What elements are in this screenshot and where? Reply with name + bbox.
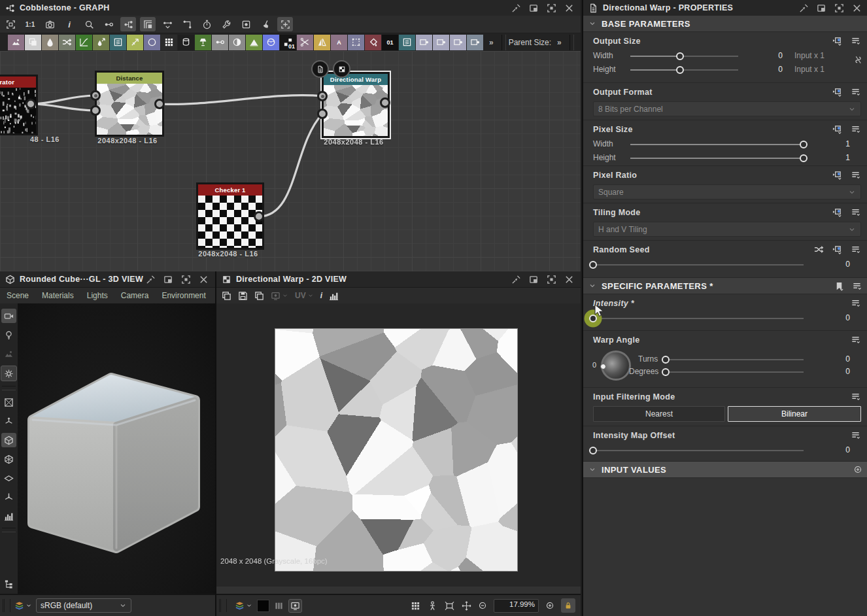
parameter-menu-icon[interactable] [851, 298, 860, 308]
elbow-wires-button[interactable] [179, 17, 195, 31]
channel-shuffle-node-button[interactable] [59, 35, 75, 50]
turns-slider[interactable] [666, 352, 804, 366]
zoom-one-to-one-button[interactable]: 1:1 [22, 17, 38, 31]
tonemap-node-button[interactable]: 01 [382, 35, 398, 50]
close-panel-button[interactable] [564, 275, 574, 284]
input-port[interactable] [90, 105, 101, 116]
noise-node-button[interactable] [263, 35, 279, 50]
svg-node-button[interactable] [416, 35, 432, 50]
view2d-canvas[interactable]: 2048 x 2048 (Grayscale, 16bpc) [216, 303, 581, 587]
parameter-menu-icon[interactable] [851, 335, 860, 345]
parameter-menu-icon[interactable] [851, 124, 860, 134]
collapse-chevron-icon[interactable] [588, 20, 596, 27]
input-port[interactable] [317, 109, 328, 119]
output-port[interactable] [154, 99, 165, 109]
wireframe-cube-tool-button[interactable] [1, 452, 16, 466]
menu-scene[interactable]: Scene [0, 291, 35, 300]
random-seed-value[interactable]: 0 [824, 260, 850, 269]
output-height-slider[interactable] [630, 63, 738, 77]
toolbar-grip[interactable] [219, 599, 227, 612]
fit-image-button[interactable] [445, 601, 454, 611]
transform-axis-tool-button[interactable] [1, 414, 16, 428]
zoom-out-button[interactable] [479, 602, 486, 609]
menu-lights[interactable]: Lights [80, 291, 114, 300]
collapse-chevron-icon[interactable] [588, 466, 596, 473]
base-parameters-header[interactable]: BASE PARAMETERS [583, 16, 867, 32]
mesh-tool-button[interactable] [1, 433, 16, 447]
ground-plane-tool-button[interactable] [1, 471, 16, 485]
toolbar-grip[interactable] [3, 599, 10, 612]
scene-tree-tool-button[interactable] [1, 577, 16, 591]
link-display-button[interactable] [101, 17, 116, 31]
fit-view-button[interactable] [3, 17, 18, 31]
camera-tool-button[interactable] [1, 309, 16, 323]
pin-panel-button[interactable] [799, 3, 809, 13]
output-port[interactable] [380, 97, 390, 108]
mirror-node-button[interactable] [314, 35, 330, 50]
graph-canvas[interactable]: nerator48 - L16Distance2048x2048 - L16Di… [0, 51, 581, 271]
environment-image-tool-button[interactable] [1, 347, 16, 361]
extrude-node-button[interactable] [178, 35, 194, 50]
expose-parameter-icon[interactable] [832, 36, 842, 46]
background-image-button[interactable] [271, 291, 288, 301]
pin-panel-button[interactable] [511, 3, 521, 13]
graph-node-dwarp[interactable]: Directional Warp [322, 72, 390, 138]
dock-panel-button[interactable] [163, 275, 173, 284]
display-filter-button[interactable] [288, 599, 302, 613]
thumbnail-size-button[interactable] [140, 17, 156, 31]
pan-mode-button[interactable] [462, 601, 471, 611]
output-port[interactable] [26, 99, 36, 109]
directional-warp-node-button[interactable] [110, 35, 126, 50]
screenshot-camera-button[interactable] [42, 17, 58, 31]
graph-link-view-button[interactable] [120, 17, 136, 31]
pixel-height-slider[interactable] [630, 151, 804, 165]
dot-node-button[interactable] [212, 35, 228, 50]
add-input-value-button[interactable] [854, 466, 862, 473]
colorspace-dropdown[interactable]: sRGB (default) [36, 598, 131, 613]
pixel-height-value[interactable]: 1 [824, 153, 850, 162]
expose-parameter-icon[interactable] [832, 124, 842, 134]
expose-parameter-icon[interactable] [832, 207, 842, 217]
node-output-badge[interactable] [333, 60, 350, 78]
output-width-value[interactable]: 0 [763, 51, 783, 60]
link-width-height-icon[interactable] [853, 55, 863, 65]
curve-edit-node-button[interactable] [297, 35, 313, 50]
grayscale-conversion-node-button[interactable]: 01 [280, 35, 296, 50]
texture-preview-image[interactable] [275, 328, 518, 572]
histogram-node-button[interactable] [246, 35, 262, 50]
parameter-menu-icon[interactable] [851, 245, 860, 254]
display-settings-tool-button[interactable] [1, 366, 17, 381]
menu-materials[interactable]: Materials [35, 291, 80, 300]
intensity-value[interactable]: 0 [824, 313, 850, 322]
degrees-slider[interactable] [666, 365, 804, 379]
curve-node-button[interactable] [76, 35, 92, 50]
preset-bookmark-icon[interactable] [834, 281, 844, 291]
histogram-view-button[interactable] [329, 291, 339, 301]
close-panel-button[interactable] [564, 3, 574, 13]
overflow-button[interactable]: » [577, 38, 581, 47]
turntable-tool-button[interactable] [1, 490, 16, 504]
close-panel-button[interactable] [852, 3, 862, 13]
pixel-ratio-dropdown[interactable]: Square [593, 184, 861, 199]
zoom-level-field[interactable]: 17.99% [494, 599, 539, 613]
parameter-menu-icon[interactable] [851, 87, 860, 97]
intensity-map-offset-value[interactable]: 0 [824, 445, 850, 454]
output-height-value[interactable]: 0 [763, 65, 783, 74]
pixel-width-value[interactable]: 1 [824, 139, 850, 148]
overflow-button[interactable]: » [552, 38, 567, 47]
save-image-button[interactable] [238, 291, 248, 301]
channels-select-button[interactable] [235, 601, 252, 611]
image-info-button[interactable]: i [320, 291, 322, 300]
menu-camera[interactable]: Camera [114, 291, 156, 300]
channel-bars-button[interactable] [274, 601, 284, 611]
curve-fx-node-button[interactable] [450, 35, 466, 50]
input-port[interactable] [90, 90, 101, 101]
warp-node-button[interactable] [127, 35, 143, 50]
dock-panel-button[interactable] [529, 275, 539, 284]
parameter-menu-icon[interactable] [851, 170, 860, 180]
randomize-seed-icon[interactable] [814, 245, 824, 254]
section-menu-icon[interactable] [852, 281, 862, 291]
tiling-mode-dropdown[interactable]: H and V Tiling [593, 222, 861, 237]
dock-panel-button[interactable] [529, 3, 539, 13]
geometry-select-tool-button[interactable] [1, 395, 16, 409]
